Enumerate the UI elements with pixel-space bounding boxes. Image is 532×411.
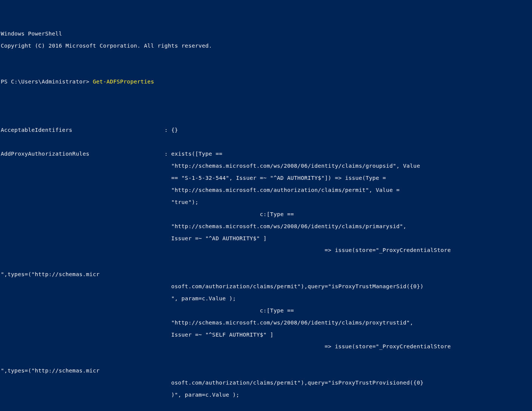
- blank-line: [1, 91, 531, 97]
- pad: [1, 296, 161, 302]
- prop-value: exists([Type ==: [171, 151, 222, 157]
- prop-value: osoft.com/authorization/claims/permit"),…: [171, 380, 424, 386]
- prop-value: "http://schemas.microsoft.com/ws/2008/06…: [171, 163, 420, 169]
- blank-line: [1, 55, 531, 61]
- prop-value: )", param=c.Value );: [171, 392, 240, 398]
- pad: [1, 236, 161, 242]
- prop-cont: osoft.com/authorization/claims/permit"),…: [1, 380, 531, 386]
- prop-cont: "true");: [1, 199, 531, 206]
- wrap-key: ",types=("http://schemas.micr: [1, 272, 100, 278]
- wrap-key: ",types=("http://schemas.micr: [1, 368, 100, 374]
- prop-row: AddProxyAuthorizationRules : exists([Typ…: [1, 151, 531, 157]
- prop-value: osoft.com/authorization/claims/permit"),…: [171, 284, 424, 290]
- pad: [1, 332, 161, 338]
- prop-cont: == "S-1-5-32-544", Issuer =~ "^AD AUTHOR…: [1, 175, 531, 181]
- pad: [1, 212, 161, 218]
- prop-cont: => issue(store="_ProxyCredentialStore: [1, 344, 531, 350]
- pad: [1, 344, 161, 350]
- pad: [1, 308, 161, 314]
- pad: [1, 224, 161, 230]
- blank-line: [1, 103, 531, 109]
- prop-value: "true");: [171, 199, 199, 206]
- prop-value: => issue(store="_ProxyCredentialStore: [171, 247, 451, 253]
- prop-cont: c:[Type ==: [1, 308, 531, 314]
- prop-cont: "http://schemas.microsoft.com/ws/2008/06…: [1, 163, 531, 169]
- prop-value: "http://schemas.microsoft.com/authorizat…: [171, 187, 400, 193]
- prop-cont: "http://schemas.microsoft.com/ws/2008/06…: [1, 320, 531, 326]
- prop-value: == "S-1-5-32-544", Issuer =~ "^AD AUTHOR…: [171, 175, 386, 181]
- pad: [1, 163, 161, 169]
- pad: [1, 392, 161, 398]
- prop-wrap: ",types=("http://schemas.micr: [1, 272, 531, 278]
- prop-key: AcceptableIdentifiers: [1, 127, 161, 133]
- command-text: Get-ADFSProperties: [93, 79, 154, 85]
- prop-cont: c:[Type ==: [1, 212, 531, 218]
- prop-cont: => issue(store="_ProxyCredentialStore: [1, 247, 531, 253]
- prompt-prefix: PS C:\Users\Administrator>: [1, 79, 93, 85]
- colon: :: [161, 151, 171, 157]
- prop-cont: )", param=c.Value );: [1, 392, 531, 398]
- prop-cont: ", param=c.Value );: [1, 296, 531, 302]
- pad: [1, 175, 161, 181]
- prop-wrap: ",types=("http://schemas.micr: [1, 368, 531, 374]
- pad: [1, 199, 161, 206]
- prop-cont: osoft.com/authorization/claims/permit"),…: [1, 284, 531, 290]
- prompt-line[interactable]: PS C:\Users\Administrator> Get-ADFSPrope…: [1, 79, 531, 85]
- header-line1: Windows PowerShell: [1, 31, 531, 37]
- prop-value: => issue(store="_ProxyCredentialStore: [171, 344, 451, 350]
- pad: [1, 284, 161, 290]
- prop-value: "http://schemas.microsoft.com/ws/2008/06…: [171, 320, 413, 326]
- pad: [1, 380, 161, 386]
- prop-value: c:[Type ==: [171, 212, 294, 218]
- pad: [1, 187, 161, 193]
- pad: [1, 247, 161, 253]
- prop-value: {}: [171, 127, 178, 133]
- prop-key: AddProxyAuthorizationRules: [1, 151, 161, 157]
- prop-value: Issuer =~ "^SELF AUTHORITY$" ]: [171, 332, 274, 338]
- prop-cont: "http://schemas.microsoft.com/ws/2008/06…: [1, 224, 531, 230]
- prop-value: c:[Type ==: [171, 308, 294, 314]
- prop-value: ", param=c.Value );: [171, 296, 236, 302]
- prop-cont: Issuer =~ "^AD AUTHORITY$" ]: [1, 236, 531, 242]
- prop-value: "http://schemas.microsoft.com/ws/2008/06…: [171, 224, 407, 230]
- header-line2: Copyright (C) 2016 Microsoft Corporation…: [1, 43, 531, 49]
- prop-cont: Issuer =~ "^SELF AUTHORITY$" ]: [1, 332, 531, 338]
- prop-row: AcceptableIdentifiers : {}: [1, 127, 531, 133]
- prop-cont: "http://schemas.microsoft.com/authorizat…: [1, 187, 531, 193]
- prop-value: Issuer =~ "^AD AUTHORITY$" ]: [171, 236, 267, 242]
- pad: [1, 320, 161, 326]
- colon: :: [161, 127, 171, 133]
